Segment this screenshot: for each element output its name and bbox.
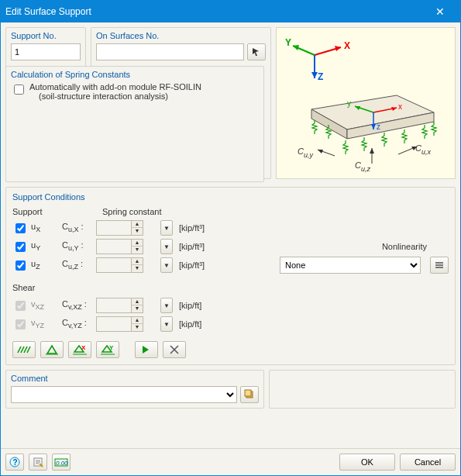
col-head-spring: Spring constant xyxy=(102,207,161,216)
spinner-cuy[interactable]: ▲▼ xyxy=(96,239,143,254)
notes-button[interactable] xyxy=(29,454,47,471)
spinner-cuz[interactable]: ▲▼ xyxy=(96,257,143,273)
preset-slider-x-button[interactable]: X xyxy=(68,341,91,358)
spin-down-icon[interactable]: ▼ xyxy=(132,228,143,235)
preset-check-button[interactable] xyxy=(135,341,158,358)
help-icon: ? xyxy=(9,457,20,467)
select-comment[interactable] xyxy=(11,386,237,403)
unit-cvxz: [kip/ft] xyxy=(179,301,201,310)
svg-line-33 xyxy=(18,347,21,353)
svg-text:Y: Y xyxy=(109,344,114,351)
nonlinearity-settings-button[interactable] xyxy=(430,257,449,274)
svg-text:Y: Y xyxy=(285,37,291,48)
spin-down-icon[interactable]: ▼ xyxy=(132,247,143,254)
checkbox-ux[interactable] xyxy=(15,223,26,233)
hatch-icon xyxy=(16,345,32,354)
svg-marker-25 xyxy=(370,148,374,153)
row-vxz: vXZ Cv,XZ : ▲▼ ▼ [kip/ft] xyxy=(12,296,449,315)
spin-up-icon[interactable]: ▲ xyxy=(132,258,143,265)
svg-text:z: z xyxy=(377,122,380,131)
svg-marker-4 xyxy=(293,45,299,50)
input-cvxz[interactable] xyxy=(96,298,132,313)
svg-text:X: X xyxy=(344,40,350,51)
settings-icon xyxy=(434,260,445,271)
svg-marker-21 xyxy=(318,150,323,153)
row-uy: uY Cu,Y : ▲▼ ▼ [kip/ft³] Nonlinearity xyxy=(12,237,449,256)
input-cuz[interactable] xyxy=(96,257,132,273)
label-vyz: vYZ xyxy=(31,318,44,329)
preset-rigid-button[interactable] xyxy=(12,341,36,358)
close-button[interactable]: ✕ xyxy=(425,2,456,21)
spin-up-icon[interactable]: ▲ xyxy=(132,298,143,305)
slider-x-icon: X xyxy=(73,344,87,355)
comment-library-button[interactable] xyxy=(240,386,259,403)
col-head-shear: Shear xyxy=(12,283,35,292)
dropdown-cuy-button[interactable]: ▼ xyxy=(160,239,173,254)
label-support-no: Support No. xyxy=(11,31,81,40)
select-nonlinearity[interactable]: None xyxy=(280,257,421,274)
svg-rect-30 xyxy=(435,262,443,264)
svg-text:C: C xyxy=(355,160,361,170)
units-icon: 0.00 xyxy=(54,457,68,467)
chevron-down-icon: ▼ xyxy=(163,225,170,232)
input-cvyz[interactable] xyxy=(96,316,132,332)
window-title: Edit Surface Support xyxy=(5,6,425,17)
support-illustration: X Y Z x y z xyxy=(280,32,451,174)
spinner-cvyz[interactable]: ▲▼ xyxy=(96,316,143,332)
label-vxz: vXZ xyxy=(31,299,44,311)
label-cux: Cu,X : xyxy=(62,222,93,233)
cross-icon xyxy=(169,344,180,355)
spin-up-icon[interactable]: ▲ xyxy=(132,240,143,247)
svg-rect-31 xyxy=(435,264,443,266)
checkbox-rf-soilin[interactable] xyxy=(14,85,24,95)
svg-text:x: x xyxy=(398,102,402,111)
svg-marker-1 xyxy=(335,46,341,51)
checkbox-vxz xyxy=(15,301,26,311)
preset-pinned-button[interactable] xyxy=(40,341,64,358)
dropdown-cvxz-button[interactable]: ▼ xyxy=(160,298,173,313)
spinner-cvxz[interactable]: ▲▼ xyxy=(96,298,143,313)
pick-surfaces-button[interactable] xyxy=(247,43,266,60)
dropdown-cuz-button[interactable]: ▼ xyxy=(160,257,173,273)
chevron-down-icon: ▼ xyxy=(163,321,170,328)
input-on-surfaces[interactable] xyxy=(96,43,244,60)
ok-button[interactable]: OK xyxy=(339,454,395,471)
notes-icon xyxy=(33,457,43,467)
svg-text:?: ? xyxy=(13,458,18,467)
svg-marker-7 xyxy=(311,72,318,78)
units-button[interactable]: 0.00 xyxy=(52,454,71,471)
pick-arrow-icon xyxy=(251,47,262,57)
svg-text:C: C xyxy=(298,147,304,156)
spin-down-icon[interactable]: ▼ xyxy=(132,305,143,312)
input-cux[interactable] xyxy=(96,220,132,236)
svg-text:X: X xyxy=(81,344,86,351)
spin-down-icon[interactable]: ▼ xyxy=(132,265,143,272)
label-cuy: Cu,Y : xyxy=(62,240,93,252)
pinned-support-icon xyxy=(46,344,58,355)
dropdown-cvyz-button[interactable]: ▼ xyxy=(160,316,173,332)
rf-soilin-sublabel: (soil-structure interaction analysis) xyxy=(29,91,201,101)
preset-slider-y-button[interactable]: Y xyxy=(96,341,119,358)
label-nonlinearity: Nonlinearity xyxy=(382,242,427,251)
input-support-no[interactable] xyxy=(11,43,81,60)
chevron-down-icon: ▼ xyxy=(163,302,170,309)
checkbox-uy[interactable] xyxy=(15,242,26,252)
cancel-button[interactable]: Cancel xyxy=(400,454,456,471)
dropdown-cux-button[interactable]: ▼ xyxy=(160,220,173,236)
svg-line-35 xyxy=(24,347,27,353)
preset-none-button[interactable] xyxy=(163,341,186,358)
row-uz: uZ Cu,Z : ▲▼ ▼ [kip/ft³] None xyxy=(12,256,449,274)
group-support-conditions: Support Conditions Support Spring consta… xyxy=(5,187,456,365)
spinner-cux[interactable]: ▲▼ xyxy=(96,220,143,236)
group-comment-extra xyxy=(269,370,456,409)
dialog-window: Edit Surface Support ✕ Support No. On Su… xyxy=(0,0,461,476)
spin-down-icon[interactable]: ▼ xyxy=(132,324,143,331)
input-cuy[interactable] xyxy=(96,239,132,254)
label-comment: Comment xyxy=(11,374,259,383)
spin-up-icon[interactable]: ▲ xyxy=(132,317,143,324)
label-calc-spring: Calculation of Spring Constants xyxy=(11,70,259,79)
help-button[interactable]: ? xyxy=(5,454,24,471)
checkbox-uz[interactable] xyxy=(15,260,26,271)
svg-marker-37 xyxy=(47,346,57,354)
spin-up-icon[interactable]: ▲ xyxy=(132,221,143,228)
